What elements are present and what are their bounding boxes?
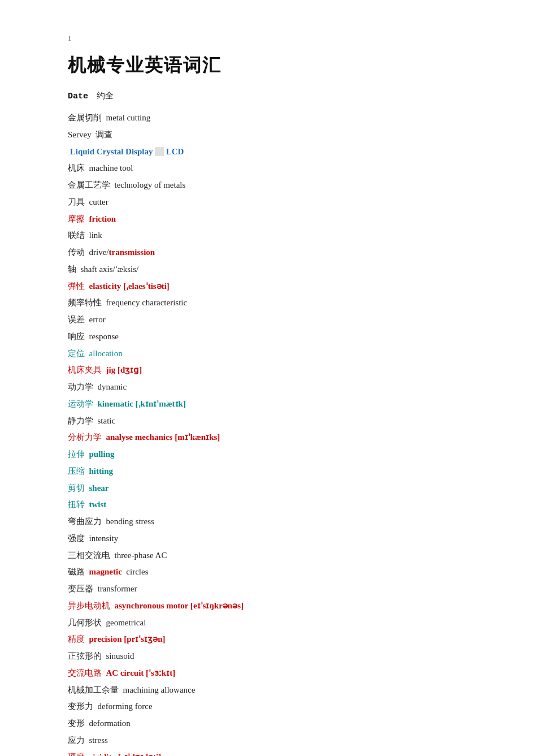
date-value: 约全	[97, 91, 114, 100]
list-item: 磁路 magnetic circles	[68, 564, 489, 580]
chinese-term: 机床	[68, 163, 85, 172]
chinese-term: 变形	[68, 719, 85, 728]
list-item: 拉伸 pulling	[68, 447, 489, 463]
list-item: Servey 调查	[68, 127, 489, 143]
chinese-term: 硬度	[68, 753, 85, 757]
date-line: Date 约全	[68, 90, 489, 101]
english-term: transformer	[98, 584, 137, 593]
english-term: drive/	[89, 248, 109, 257]
english-term: pulling	[89, 450, 115, 459]
list-item: 联结 link	[68, 228, 489, 244]
list-item: 异步电动机 asynchronous motor [eɪˈsɪŋkrənəs]	[68, 598, 489, 614]
list-item: 分析力学 analyse mechanics [mɪˈkænɪks]	[68, 430, 489, 446]
chinese-term: 磁路	[68, 567, 85, 576]
list-item: 机床 machine tool	[68, 161, 489, 176]
chinese-term: 精度	[68, 634, 85, 643]
list-item: 误差 error	[68, 312, 489, 328]
english-term: cutter	[89, 197, 108, 206]
list-item: 几何形状 geometrical	[68, 615, 489, 631]
chinese-term: 刀具	[68, 197, 85, 206]
list-item: 响应 response	[68, 329, 489, 345]
list-item: 定位 allocation	[68, 346, 489, 362]
chinese-term: 传动	[68, 248, 85, 257]
chinese-term: 运动学	[68, 399, 93, 408]
list-item: 弯曲应力 bending stress	[68, 514, 489, 530]
english-term: metal cutting	[106, 113, 151, 122]
chinese-term: 响应	[68, 332, 85, 341]
english-term: response	[89, 332, 119, 341]
vocab-list: 金属切削 metal cutting Servey 调查 Liquid Crys…	[68, 110, 489, 756]
chinese-term: 强度	[68, 534, 85, 543]
list-item: 正弦形的 sinusoid	[68, 649, 489, 664]
list-item: 应力 stress	[68, 733, 489, 749]
list-item: 硬度 rigidity [rɪˈdʒɪdəti]	[68, 750, 489, 757]
list-item: 压缩 hitting	[68, 464, 489, 479]
chinese-term: 三相交流电	[68, 551, 110, 560]
chinese-term: 压缩	[68, 466, 85, 476]
english-term: link	[89, 231, 102, 240]
list-item: 变压器 transformer	[68, 581, 489, 597]
english-term: dynamic	[98, 382, 127, 391]
chinese-term: 调查	[95, 130, 112, 139]
list-item: Liquid Crystal Display LCD	[68, 144, 489, 160]
english-term: geometrical	[106, 618, 146, 627]
english-term: asynchronous motor [eɪˈsɪŋkrənəs]	[115, 601, 244, 610]
chinese-term: 联结	[68, 231, 85, 240]
chinese-term: 交流电路	[68, 668, 102, 677]
english-term: allocation	[89, 349, 123, 358]
chinese-term: 误差	[68, 315, 85, 324]
chinese-term: 静力学	[68, 416, 93, 425]
chinese-term: 异步电动机	[68, 601, 110, 610]
english-term-bold: transmission	[109, 248, 155, 257]
list-item: 静力学 static	[68, 413, 489, 429]
list-item: 强度 intensity	[68, 531, 489, 547]
english-term: shear	[89, 483, 109, 493]
chinese-term: 弹性	[68, 282, 85, 291]
date-label: Date	[68, 92, 88, 101]
english-term: hitting	[89, 466, 114, 476]
english-term: Liquid Crystal Display	[70, 147, 153, 156]
chinese-term: 金属工艺学	[68, 180, 110, 189]
list-item: 弹性 elasticity [ˌelaesˈtisəti]	[68, 279, 489, 295]
english-term: frequency characteristic	[106, 298, 188, 307]
english-term: twist	[89, 500, 107, 509]
list-item: 刀具 cutter	[68, 195, 489, 210]
chinese-term: 扭转	[68, 500, 85, 509]
chinese-term: 分析力学	[68, 433, 102, 442]
list-item: 剪切 shear	[68, 481, 489, 496]
english-term: analyse mechanics [mɪˈkænɪks]	[106, 433, 220, 442]
chinese-term: 剪切	[68, 483, 85, 493]
english-term-2: circles	[126, 567, 148, 576]
english-term: machine tool	[89, 163, 133, 172]
lcd-badge	[155, 147, 164, 156]
english-term: friction	[89, 214, 116, 223]
english-term: stress	[89, 736, 108, 745]
chinese-term: 拉伸	[68, 450, 85, 459]
chinese-term: 几何形状	[68, 618, 102, 627]
english-term: technology of metals	[115, 180, 186, 189]
list-item: 交流电路 AC circuit [ˈsɜːkɪt]	[68, 666, 489, 681]
english-term: deforming force	[98, 702, 153, 711]
chinese-term: 变压器	[68, 584, 93, 593]
list-item: 变形力 deforming force	[68, 699, 489, 715]
english-term: three-phase AC	[115, 551, 167, 560]
chinese-term: 机床夹具	[68, 365, 102, 374]
english-term: static	[98, 416, 116, 425]
english-term: deformation	[89, 719, 131, 728]
chinese-term: 动力学	[68, 382, 93, 391]
list-item: 轴 shaft axis/ˈæksis/	[68, 262, 489, 278]
list-item: 变形 deformation	[68, 716, 489, 732]
chinese-term: 轴	[68, 265, 76, 274]
english-term: bending stress	[106, 517, 154, 526]
english-term: precision [prɪˈsɪʒən]	[89, 634, 166, 643]
english-term: rigidity [rɪˈdʒɪdəti]	[89, 753, 162, 757]
list-item: 频率特性 frequency characteristic	[68, 295, 489, 311]
english-term: AC circuit [ˈsɜːkɪt]	[106, 668, 176, 677]
list-item: 三相交流电 three-phase AC	[68, 548, 489, 564]
english-term: sinusoid	[106, 651, 134, 660]
list-item: 金属切削 metal cutting	[68, 110, 489, 126]
list-item: 精度 precision [prɪˈsɪʒən]	[68, 632, 489, 647]
list-item: 传动 drive/transmission	[68, 245, 489, 261]
chinese-term: 弯曲应力	[68, 517, 102, 526]
list-item: 运动学 kinematic [ˌkɪnɪˈmætɪk]	[68, 396, 489, 412]
